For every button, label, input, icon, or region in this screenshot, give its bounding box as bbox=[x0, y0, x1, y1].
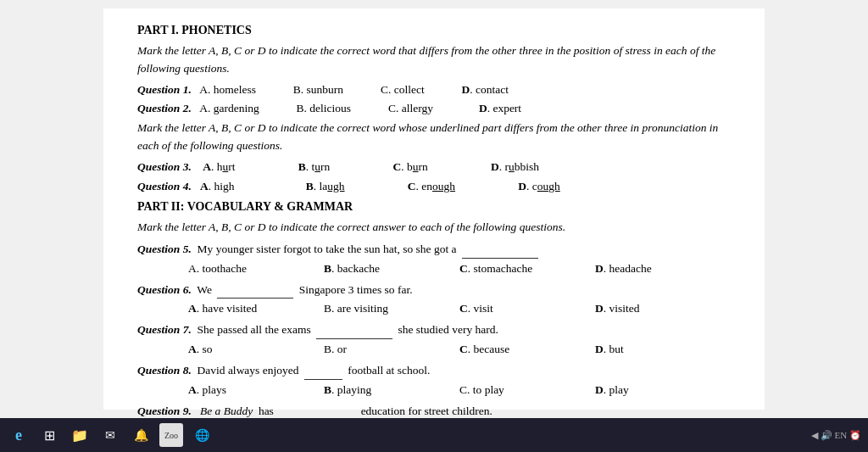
q2-c: C. allergy bbox=[388, 102, 433, 114]
windows-icon[interactable]: ⊞ bbox=[37, 423, 61, 447]
q5-b: B. backache bbox=[324, 260, 459, 278]
q2-d: D. expert bbox=[479, 102, 521, 114]
q6-blank bbox=[217, 281, 293, 299]
q5-text: My younger sister forgot to take the sun… bbox=[198, 243, 457, 255]
q9-label: Question 9. bbox=[137, 405, 192, 417]
q6-c: C. visit bbox=[459, 300, 595, 318]
chrome-icon[interactable]: 🌐 bbox=[190, 423, 214, 447]
q7-c: C. because bbox=[459, 341, 595, 359]
q7-text2: she studied very hard. bbox=[398, 323, 498, 336]
q2-b: B. delicious bbox=[297, 102, 352, 114]
q9-text2: education for street children. bbox=[361, 405, 492, 417]
q4-c: C. enough bbox=[408, 180, 455, 193]
q3-c: C. burn bbox=[393, 160, 428, 173]
q5-blank bbox=[462, 240, 538, 259]
taskbar-right: ◀ 🔊 EN ⏰ bbox=[811, 430, 861, 441]
q2-label: Question 2. bbox=[137, 102, 192, 114]
q3-d: D. rubbish bbox=[491, 160, 539, 173]
question-8-line: Question 8. David always enjoyed footbal… bbox=[137, 361, 731, 380]
q7-b: B. or bbox=[324, 341, 459, 359]
q1-a: A. homeless bbox=[199, 83, 256, 96]
taskbar: e ⊞ 📁 ✉ 🔔 Zoo 🌐 ◀ 🔊 EN ⏰ bbox=[0, 418, 868, 452]
q4-a: A. high bbox=[200, 180, 235, 193]
q8-b: B. playing bbox=[324, 382, 459, 399]
part2-title: PART II: VOCABULARY & GRAMMAR bbox=[137, 198, 731, 216]
part1-instruction1: Mark the letter A, B, C or D to indicate… bbox=[137, 42, 731, 78]
q1-b: B. sunburn bbox=[293, 83, 343, 96]
question-7-line: Question 7. She passed all the exams she… bbox=[137, 321, 731, 339]
question-1-line: Question 1. A. homeless B. sunburn C. co… bbox=[137, 81, 731, 99]
q1-d: D. contact bbox=[462, 83, 509, 96]
question-3-line: Question 3. A. hurt B. turn C. burn D. r… bbox=[137, 159, 731, 176]
q6-d: D. visited bbox=[595, 300, 731, 318]
q7-d: D. but bbox=[595, 341, 731, 359]
q7-text1: She passed all the exams bbox=[198, 323, 311, 336]
q5-label: Question 5. bbox=[137, 243, 192, 255]
q9-blank bbox=[279, 402, 355, 418]
q8-text2: football at school. bbox=[348, 364, 430, 377]
q4-b: B. laugh bbox=[306, 180, 345, 193]
part2-instruction: Mark the letter A, B, C or D to indicate… bbox=[137, 219, 731, 237]
q1-label: Question 1. bbox=[137, 83, 192, 96]
question-9-line: Question 9. Be a Buddy has education for… bbox=[137, 402, 731, 418]
q5-options: A. toothache B. backache C. stomachache … bbox=[137, 260, 731, 278]
q8-text: David always enjoyed bbox=[198, 364, 299, 377]
q4-d: D. cough bbox=[518, 180, 560, 193]
question-6-line: Question 6. We Singapore 3 times so far. bbox=[137, 281, 731, 299]
q8-label: Question 8. bbox=[137, 364, 192, 377]
question-5-line: Question 5. My younger sister forgot to … bbox=[137, 240, 731, 259]
mail-icon[interactable]: ✉ bbox=[98, 423, 122, 447]
q6-a: A. have visited bbox=[188, 300, 324, 318]
q9-italic: Be a Buddy bbox=[200, 405, 253, 417]
q4-label: Question 4. bbox=[137, 180, 194, 193]
q5-d: D. headache bbox=[595, 260, 731, 278]
q8-c: C. to play bbox=[459, 382, 595, 399]
q6-options: A. have visited B. are visiting C. visit… bbox=[137, 300, 731, 318]
q6-b: B. are visiting bbox=[324, 300, 459, 318]
q9-text1: has bbox=[259, 405, 274, 417]
main-content: PART I. PHONETICS Mark the letter A, B, … bbox=[0, 0, 868, 418]
q3-a: A. hurt bbox=[203, 160, 235, 173]
q7-options: A. so B. or C. because D. but bbox=[137, 341, 731, 359]
system-tray: ◀ 🔊 EN ⏰ bbox=[811, 430, 861, 441]
q7-blank bbox=[316, 321, 392, 339]
start-button[interactable]: e bbox=[7, 423, 31, 447]
taskbar-left: e ⊞ 📁 ✉ 🔔 Zoo 🌐 bbox=[7, 423, 214, 447]
q2-a: A. gardening bbox=[199, 102, 259, 114]
question-4-line: Question 4. A. high B. laugh C. enough D… bbox=[137, 178, 731, 196]
q8-options: A. plays B. playing C. to play D. play bbox=[137, 382, 731, 399]
q5-c: C. stomachache bbox=[459, 260, 595, 278]
part1-title: PART I. PHONETICS bbox=[137, 21, 731, 40]
q7-label: Question 7. bbox=[137, 323, 192, 336]
q7-a: A. so bbox=[188, 341, 324, 359]
document: PART I. PHONETICS Mark the letter A, B, … bbox=[103, 8, 765, 410]
q6-label: Question 6. bbox=[137, 283, 192, 296]
q8-a: A. plays bbox=[188, 382, 324, 399]
zoo-icon[interactable]: Zoo bbox=[159, 423, 183, 447]
q6-text2: Singapore 3 times so far. bbox=[299, 283, 413, 296]
question-2-line: Question 2. A. gardening B. delicious C.… bbox=[137, 100, 731, 118]
part1-instruction2: Mark the letter A, B, C or D to indicate… bbox=[137, 120, 731, 155]
q8-blank bbox=[304, 361, 342, 380]
q3-label: Question 3. bbox=[137, 160, 194, 173]
q5-a: A. toothache bbox=[188, 260, 324, 278]
file-explorer-icon[interactable]: 📁 bbox=[68, 423, 92, 447]
q6-text1: We bbox=[197, 283, 212, 296]
q3-b: B. turn bbox=[298, 160, 331, 173]
notification-icon[interactable]: 🔔 bbox=[129, 423, 153, 447]
q8-d: D. play bbox=[595, 382, 731, 399]
q1-c: C. collect bbox=[381, 83, 425, 96]
